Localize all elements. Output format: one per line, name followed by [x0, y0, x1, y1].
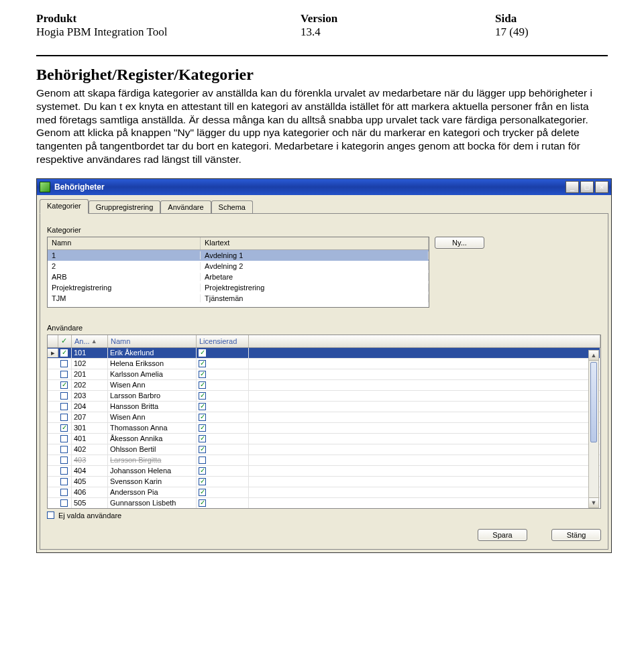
- row-checkbox[interactable]: [60, 457, 68, 464]
- row-checkbox-cell[interactable]: [58, 487, 72, 497]
- row-lic-checkbox[interactable]: [199, 381, 206, 389]
- row-lic-checkbox[interactable]: [199, 435, 206, 442]
- row-checkbox[interactable]: [60, 360, 68, 367]
- row-lic-checkbox[interactable]: [199, 403, 206, 410]
- row-handle[interactable]: ▸: [48, 349, 58, 357]
- row-checkbox[interactable]: [60, 489, 68, 496]
- row-lic-checkbox[interactable]: [199, 414, 206, 421]
- row-lic-checkbox[interactable]: [199, 424, 206, 432]
- scroll-up-icon[interactable]: ▲: [589, 351, 598, 361]
- tab-schema[interactable]: Schema: [211, 200, 253, 213]
- anvandare-row[interactable]: 204Hansson Britta: [48, 402, 600, 412]
- anvandare-row[interactable]: 201Karlsson Amelia: [48, 369, 600, 380]
- row-lic-cell[interactable]: [197, 359, 249, 369]
- row-lic-cell[interactable]: [197, 466, 249, 476]
- row-lic-checkbox[interactable]: [199, 489, 206, 496]
- row-lic-cell[interactable]: [197, 423, 249, 433]
- row-checkbox-cell[interactable]: [58, 391, 72, 401]
- anvandare-row[interactable]: 203Larsson Barbro: [48, 391, 600, 402]
- row-checkbox[interactable]: [60, 371, 68, 378]
- row-lic-cell[interactable]: [197, 348, 249, 358]
- row-checkbox-cell[interactable]: [58, 359, 72, 369]
- row-checkbox[interactable]: [60, 414, 68, 421]
- tab-anvandare[interactable]: Användare: [160, 200, 211, 213]
- row-lic-checkbox[interactable]: [199, 467, 206, 475]
- minimize-button[interactable]: _: [566, 181, 579, 193]
- col-an-header[interactable]: An...▲: [72, 335, 108, 347]
- row-lic-checkbox[interactable]: [199, 457, 206, 464]
- row-checkbox[interactable]: [60, 392, 68, 400]
- row-lic-checkbox[interactable]: [199, 499, 206, 507]
- col-namn-header[interactable]: Namn: [108, 335, 197, 347]
- row-checkbox-cell[interactable]: [58, 412, 72, 422]
- row-lic-checkbox[interactable]: [199, 478, 206, 485]
- titlebar[interactable]: Behörigheter _ □ ×: [37, 179, 611, 195]
- kategorier-row[interactable]: ARBArbetare: [48, 271, 429, 282]
- anvandare-row[interactable]: 207Wisen Ann: [48, 412, 600, 423]
- kategorier-row[interactable]: 1Avdelning 1: [48, 250, 429, 261]
- kategorier-row[interactable]: TJMTjänstemän: [48, 293, 429, 304]
- row-lic-cell[interactable]: [197, 391, 249, 401]
- close-dialog-button[interactable]: Stäng: [551, 529, 601, 541]
- kategorier-list[interactable]: Namn Klartext 1Avdelning 12Avdelning 2AR…: [47, 237, 429, 308]
- scroll-thumb[interactable]: [590, 362, 597, 442]
- row-checkbox-cell[interactable]: [58, 369, 72, 379]
- col-lic-header[interactable]: Licensierad: [197, 335, 249, 347]
- row-checkbox-cell[interactable]: [58, 348, 72, 358]
- anvandare-row[interactable]: 405Svensson Karin: [48, 477, 600, 487]
- anvandare-row[interactable]: 301Thomasson Anna: [48, 423, 600, 434]
- row-lic-checkbox[interactable]: [199, 360, 206, 367]
- anvandare-row[interactable]: ▸101Erik Åkerlund: [48, 348, 600, 359]
- row-checkbox-cell[interactable]: [58, 402, 72, 412]
- row-checkbox[interactable]: [60, 499, 68, 507]
- row-checkbox-cell[interactable]: [58, 477, 72, 487]
- row-checkbox[interactable]: [60, 446, 68, 453]
- row-checkbox[interactable]: [60, 349, 68, 357]
- row-lic-cell[interactable]: [197, 380, 249, 390]
- anvandare-row[interactable]: 402Ohlsson Bertil: [48, 444, 600, 455]
- anvandare-row[interactable]: 102Helena Eriksson: [48, 359, 600, 369]
- row-checkbox-cell[interactable]: [58, 498, 72, 508]
- row-lic-checkbox[interactable]: [199, 349, 206, 357]
- row-lic-checkbox[interactable]: [199, 446, 206, 453]
- row-lic-cell[interactable]: [197, 455, 249, 465]
- row-checkbox[interactable]: [60, 403, 68, 410]
- row-checkbox-cell[interactable]: [58, 434, 72, 444]
- kategorier-row[interactable]: 2Avdelning 2: [48, 261, 429, 271]
- anvandare-grid[interactable]: ✓ An...▲ Namn Licensierad ▸101Erik Åkerl…: [47, 335, 601, 509]
- new-button[interactable]: Ny...: [435, 237, 484, 249]
- col-check-header[interactable]: ✓: [58, 335, 72, 347]
- row-lic-cell[interactable]: [197, 434, 249, 444]
- row-lic-checkbox[interactable]: [199, 392, 206, 400]
- tab-kategorier[interactable]: Kategorier: [40, 199, 89, 214]
- save-button[interactable]: Spara: [478, 529, 527, 541]
- anvandare-row[interactable]: 404Johansson Helena: [48, 466, 600, 477]
- row-checkbox-cell[interactable]: [58, 444, 72, 455]
- row-lic-cell[interactable]: [197, 498, 249, 508]
- row-lic-cell[interactable]: [197, 487, 249, 497]
- row-checkbox[interactable]: [60, 435, 68, 442]
- row-checkbox[interactable]: [60, 467, 68, 475]
- row-checkbox-cell[interactable]: [58, 466, 72, 476]
- tab-gruppregistrering[interactable]: Gruppregistrering: [89, 200, 161, 213]
- col-namn-header[interactable]: Namn: [48, 237, 201, 249]
- scroll-down-icon[interactable]: ▼: [589, 497, 598, 507]
- row-checkbox[interactable]: [60, 424, 68, 432]
- col-klartext-header[interactable]: Klartext: [201, 237, 429, 249]
- ej-valda-checkbox[interactable]: [47, 511, 54, 519]
- close-button[interactable]: ×: [595, 181, 608, 193]
- row-lic-cell[interactable]: [197, 412, 249, 422]
- anvandare-row[interactable]: 406Andersson Pia: [48, 487, 600, 498]
- row-checkbox[interactable]: [60, 381, 68, 389]
- row-lic-checkbox[interactable]: [199, 371, 206, 378]
- grid-scrollbar[interactable]: ▲ ▼: [588, 350, 599, 508]
- row-lic-cell[interactable]: [197, 477, 249, 487]
- maximize-button[interactable]: □: [580, 181, 594, 193]
- row-lic-cell[interactable]: [197, 369, 249, 379]
- row-checkbox-cell[interactable]: [58, 455, 72, 465]
- row-checkbox-cell[interactable]: [58, 380, 72, 390]
- anvandare-row[interactable]: 401Åkesson Annika: [48, 434, 600, 444]
- anvandare-row[interactable]: 505Gunnarsson Lisbeth: [48, 498, 600, 509]
- row-checkbox-cell[interactable]: [58, 423, 72, 433]
- row-lic-cell[interactable]: [197, 444, 249, 455]
